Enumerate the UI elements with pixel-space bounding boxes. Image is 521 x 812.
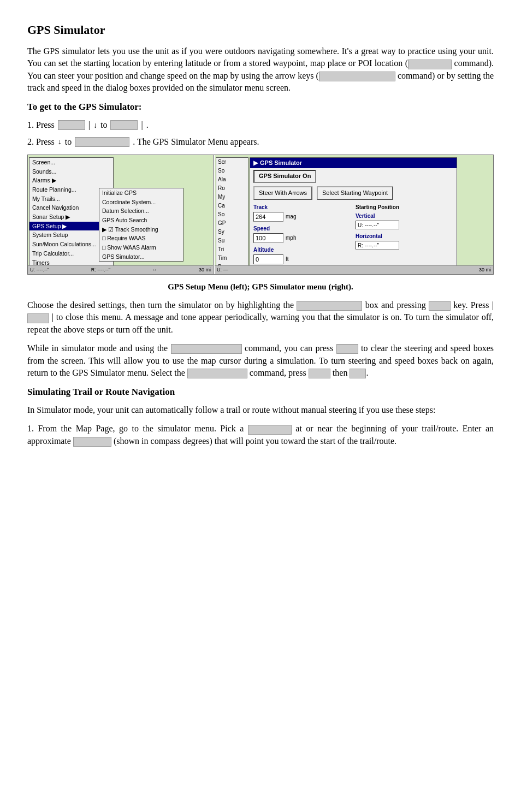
track-input[interactable]: 264	[253, 212, 283, 222]
step1-prefix: 1. Press	[27, 119, 55, 131]
vertical-row: U: ----.--"	[356, 221, 453, 229]
step1-press-img	[58, 120, 85, 130]
speed-row: 100 mph	[253, 233, 351, 243]
step2-suffix: . The GPS Simulator Menu appears.	[133, 136, 259, 148]
step2-to: to	[65, 136, 72, 148]
sim-right-fields: Starting Position Vertical U: ----.--" H…	[356, 204, 453, 268]
enter-key-img	[429, 301, 451, 311]
sim-menu-header: ▶ GPS Simulator	[250, 158, 457, 168]
starting-position-label: Starting Position	[356, 204, 453, 211]
menu-item-sounds: Sounds...	[29, 167, 113, 176]
enter-key-img2	[309, 369, 330, 378]
exit-key-img2	[350, 369, 366, 378]
step2-img	[75, 137, 129, 147]
right-u-value: U: —	[217, 266, 228, 274]
left-bottom-bar: U: ----.--" R: ----.--" ↔ 30 mi	[28, 265, 213, 274]
sidebar-ala: Ala	[216, 175, 248, 184]
gps-simulator-menu: ▶ GPS Simulator GPS Simulator On Steer W…	[250, 157, 457, 270]
sidebar-tri: Tri	[216, 245, 248, 254]
step1-sep1: |	[88, 119, 90, 131]
sidebar-ro: Ro	[216, 184, 248, 193]
paragraph4: In Simulator mode, your unit can automat…	[27, 404, 494, 416]
left-r-value: R: ----.--"	[91, 266, 110, 274]
vertical-label: Vertical	[356, 212, 453, 220]
section2-heading: Simulating Trail or Route Navigation	[27, 386, 494, 399]
track-unit: mag	[286, 213, 296, 221]
left-panel: Screen... Sounds... Alarms Route Plannin…	[28, 155, 214, 274]
waypoint-ref	[248, 425, 292, 435]
horizontal-input[interactable]: R: ----.--"	[356, 241, 399, 250]
section-heading: To get to the GPS Simulator:	[27, 100, 494, 114]
paragraph2: Choose the desired settings, then turn t…	[27, 299, 494, 336]
sim-left-fields: Track 264 mag Speed 100 mph Altitude 0 f…	[253, 204, 351, 268]
paragraph3: While in simulator mode and using the co…	[27, 342, 494, 379]
submenu-coordinate: Coordinate System...	[99, 198, 183, 207]
step-list-item1: 1. From the Map Page, go to the simulato…	[27, 423, 494, 447]
sidebar-so2: So	[216, 210, 248, 219]
sidebar-su: Su	[216, 236, 248, 245]
gps-on-box-ref	[297, 301, 362, 311]
submenu-show-waas: □ Show WAAS Alarm	[99, 243, 183, 252]
track-row: 264 mag	[253, 212, 351, 222]
steer-arrows-ref	[171, 344, 242, 354]
step1-sep2: |	[141, 119, 143, 131]
gps-setup-submenu: Initialize GPS Coordinate System... Datu…	[99, 188, 183, 262]
sim-body: Track 264 mag Speed 100 mph Altitude 0 f…	[250, 201, 457, 270]
sim-main-row: Steer With Arrows Select Starting Waypoi…	[250, 185, 457, 201]
submenu-require-waas: □ Require WAAS	[99, 234, 183, 243]
menu-item-screen: Screen...	[29, 158, 113, 167]
track-ref	[73, 437, 111, 447]
speed-input[interactable]: 100	[253, 233, 283, 243]
step2-prefix: 2. Press	[27, 136, 55, 148]
steer-command-img	[319, 72, 395, 81]
submenu-auto-search: GPS Auto Search	[99, 216, 183, 225]
sidebar-scr: Scr	[216, 158, 248, 167]
right-dist: 30 mi	[479, 266, 491, 274]
step1-middle: to	[100, 119, 107, 131]
sidebar-list: Scr So Ala Ro My Ca So GP Sy Su Tri Tim …	[216, 157, 248, 272]
submenu-initialize: Initialize GPS	[99, 188, 183, 198]
sim-title-icon: ▶	[253, 159, 258, 167]
sidebar-so: So	[216, 167, 248, 175]
sidebar-ca: Ca	[216, 201, 248, 210]
gps-on-row: GPS Simulator On	[250, 168, 457, 184]
track-label: Track	[253, 204, 351, 211]
horizontal-label: Horizontal	[356, 233, 453, 240]
submenu-datum: Datum Selection...	[99, 206, 183, 216]
step1-to-img	[110, 120, 138, 130]
gps-on-button[interactable]: GPS Simulator On	[253, 170, 316, 182]
intro-paragraph: The GPS simulator lets you use the unit …	[27, 45, 494, 94]
screenshot: Screen... Sounds... Alarms Route Plannin…	[27, 155, 494, 275]
step2-line: 2. Press ↓ to . The GPS Simulator Menu a…	[27, 136, 494, 148]
step1-arrow: ↓	[93, 120, 97, 131]
altitude-input[interactable]: 0	[253, 254, 283, 264]
right-panel: Scr So Ala Ro My Ca So GP Sy Su Tri Tim …	[215, 155, 493, 274]
step1-line: 1. Press | ↓ to | .	[27, 119, 494, 131]
speed-label: Speed	[253, 225, 351, 233]
left-u-value: U: ----.--"	[30, 266, 49, 274]
steer-arrows-ref2	[187, 369, 247, 378]
altitude-label: Altitude	[253, 246, 351, 254]
altitude-row: 0 ft	[253, 254, 351, 264]
submenu-track-smooth: ▶ ☑ Track Smoothing	[99, 225, 183, 234]
page-title: GPS Simulator	[27, 22, 494, 39]
vertical-input[interactable]: U: ----.--"	[356, 221, 399, 229]
clear-key-img	[336, 344, 358, 354]
right-bottom-bar: U: — 30 mi	[215, 265, 493, 274]
steer-with-arrows-button[interactable]: Steer With Arrows	[253, 186, 312, 200]
step2-arrow: ↓	[58, 137, 62, 147]
speed-unit: mph	[286, 234, 296, 242]
left-dist: 30 mi	[199, 266, 211, 274]
exit-key-img	[27, 313, 49, 323]
submenu-gps-simulator: GPS Simulator...	[99, 252, 183, 262]
left-arrow: ↔	[152, 266, 157, 274]
sim-title: GPS Simulator	[260, 159, 302, 167]
sidebar-gp: GP	[216, 219, 248, 228]
select-starting-waypoint-button[interactable]: Select Starting Waypoint	[317, 186, 393, 200]
sidebar-my: My	[216, 193, 248, 201]
menu-item-alarms: Alarms	[29, 176, 113, 185]
horizontal-row: R: ----.--"	[356, 241, 453, 250]
altitude-unit: ft	[286, 256, 289, 263]
screenshot-caption: GPS Setup Menu (left); GPS Simulator men…	[27, 281, 494, 293]
step1-period: .	[146, 119, 149, 131]
